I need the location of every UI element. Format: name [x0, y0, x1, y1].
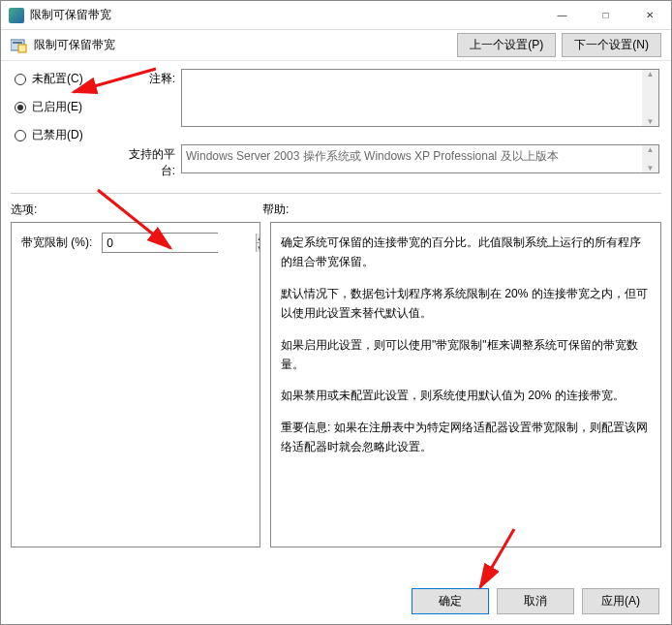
section-labels: 选项: 帮助: [1, 194, 671, 222]
app-icon [9, 8, 24, 23]
radio-icon [15, 130, 26, 141]
help-label: 帮助: [262, 202, 661, 218]
svg-rect-1 [13, 42, 22, 44]
scrollbar[interactable]: ▲▼ [642, 70, 658, 126]
close-button[interactable]: ✕ [627, 1, 671, 29]
toolbar: 限制可保留带宽 上一个设置(P) 下一个设置(N) [1, 30, 671, 61]
comment-label: 注释: [117, 71, 175, 87]
bandwidth-label: 带宽限制 (%): [21, 234, 92, 251]
radio-not-configured[interactable]: 未配置(C) [15, 71, 111, 87]
bandwidth-spinner[interactable]: ▲ ▼ [102, 233, 218, 253]
scrollbar[interactable]: ▲▼ [642, 145, 658, 172]
spinner-up-icon[interactable]: ▲ [257, 234, 260, 243]
svg-rect-2 [18, 45, 26, 52]
titlebar: 限制可保留带宽 — □ ✕ [1, 1, 671, 30]
radio-icon [15, 102, 26, 113]
help-panel: 确定系统可保留的连接带宽的百分比。此值限制系统上运行的所有程序的组合带宽保留。 … [270, 222, 661, 547]
help-paragraph: 默认情况下，数据包计划程序将系统限制在 20% 的连接带宽之内，但可以使用此设置… [281, 284, 651, 324]
help-paragraph: 确定系统可保留的连接带宽的百分比。此值限制系统上运行的所有程序的组合带宽保留。 [281, 233, 651, 272]
radio-label: 已启用(E) [32, 99, 82, 115]
ok-button[interactable]: 确定 [412, 588, 489, 614]
comment-textarea[interactable]: ▲▼ [181, 69, 659, 127]
bandwidth-field-row: 带宽限制 (%): ▲ ▼ [21, 233, 250, 253]
radio-label: 已禁用(D) [32, 127, 83, 143]
window-title: 限制可保留带宽 [30, 7, 540, 23]
platform-textarea: Windows Server 2003 操作系统或 Windows XP Pro… [181, 144, 659, 173]
platform-value: Windows Server 2003 操作系统或 Windows XP Pro… [186, 149, 559, 163]
bandwidth-input[interactable] [103, 234, 256, 252]
maximize-button[interactable]: □ [584, 1, 627, 29]
dialog-buttons: 确定 取消 应用(A) [412, 588, 659, 614]
help-paragraph: 如果禁用或未配置此设置，则系统使用默认值为 20% 的连接带宽。 [281, 386, 651, 405]
radio-enabled[interactable]: 已启用(E) [15, 99, 111, 115]
mid-panels: 带宽限制 (%): ▲ ▼ 确定系统可保留的连接带宽的百分比。此值限制系统上运行… [1, 222, 671, 547]
next-setting-button[interactable]: 下一个设置(N) [562, 33, 661, 57]
policy-icon [11, 38, 28, 53]
state-radio-group: 未配置(C) 已启用(E) 已禁用(D) [15, 71, 111, 155]
apply-button[interactable]: 应用(A) [582, 588, 659, 614]
cancel-button[interactable]: 取消 [497, 588, 574, 614]
prev-setting-button[interactable]: 上一个设置(P) [457, 33, 556, 57]
radio-icon [15, 74, 26, 85]
help-paragraph: 重要信息: 如果在注册表中为特定网络适配器设置带宽限制，则配置该网络适配器时就会… [281, 418, 651, 457]
minimize-button[interactable]: — [540, 1, 584, 29]
help-paragraph: 如果启用此设置，则可以使用"带宽限制"框来调整系统可保留的带宽数量。 [281, 335, 651, 375]
platform-label: 支持的平台: [117, 146, 175, 179]
options-panel: 带宽限制 (%): ▲ ▼ [11, 222, 260, 547]
spinner-down-icon[interactable]: ▼ [257, 243, 260, 252]
radio-label: 未配置(C) [32, 71, 83, 87]
toolbar-subtitle: 限制可保留带宽 [34, 37, 115, 53]
options-label: 选项: [11, 202, 262, 218]
config-top-panel: 未配置(C) 已启用(E) 已禁用(D) 注释: ▲▼ 支持的平台: Windo… [1, 61, 671, 193]
window-controls: — □ ✕ [540, 1, 671, 29]
radio-disabled[interactable]: 已禁用(D) [15, 127, 111, 143]
